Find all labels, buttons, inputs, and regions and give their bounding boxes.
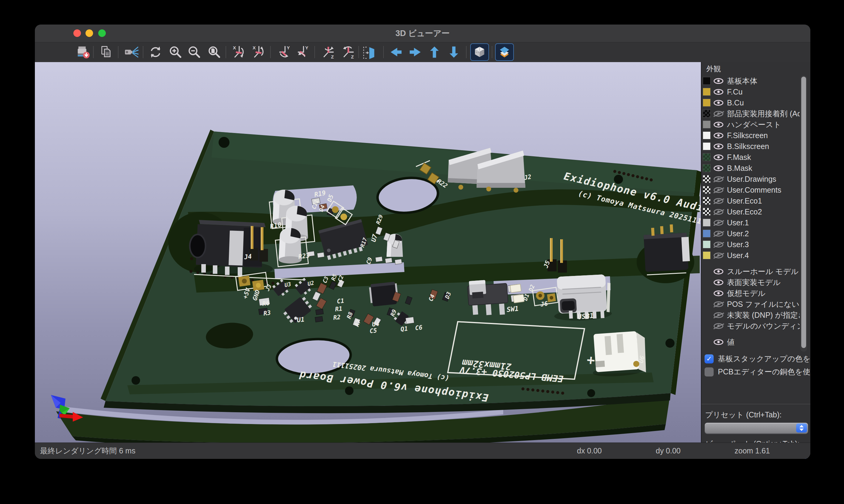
layer-color-swatch[interactable]: [703, 110, 711, 118]
render-view-button[interactable]: [123, 43, 140, 60]
layer-row[interactable]: 値: [702, 337, 800, 347]
visibility-eye-off-icon[interactable]: [713, 209, 723, 215]
visibility-eye-off-icon[interactable]: [713, 253, 723, 258]
layer-row[interactable]: User.Eco2: [702, 206, 800, 217]
zoom-out-button[interactable]: [186, 43, 203, 60]
layer-color-swatch[interactable]: [703, 311, 711, 319]
visibility-eye-icon[interactable]: [713, 155, 723, 160]
visibility-eye-off-icon[interactable]: [713, 242, 723, 248]
layer-color-swatch[interactable]: [703, 197, 711, 205]
layer-color-swatch[interactable]: [703, 338, 711, 346]
visibility-eye-icon[interactable]: [713, 280, 723, 285]
layer-color-swatch[interactable]: [703, 77, 711, 85]
panel-scrollbar[interactable]: [800, 75, 807, 352]
layer-color-swatch[interactable]: [703, 219, 711, 227]
layer-color-swatch[interactable]: [703, 99, 711, 107]
layer-row[interactable]: ハンダペースト: [702, 119, 800, 130]
layer-color-swatch[interactable]: [703, 88, 711, 96]
layer-row[interactable]: F.Mask: [702, 152, 800, 163]
move-left-button[interactable]: [387, 43, 404, 60]
layer-color-swatch[interactable]: [703, 121, 711, 128]
layer-color-swatch[interactable]: [703, 251, 711, 259]
layer-color-swatch[interactable]: [703, 300, 711, 308]
checkbox-row-pcb-copper-colors[interactable]: PCBエディターの銅色を使用: [705, 367, 810, 377]
visibility-eye-off-icon[interactable]: [713, 220, 723, 226]
layer-color-swatch[interactable]: [703, 142, 711, 150]
visibility-eye-off-icon[interactable]: [713, 323, 723, 329]
visibility-eye-off-icon[interactable]: [713, 198, 723, 204]
layer-color-swatch[interactable]: [703, 240, 711, 248]
layer-row[interactable]: User.3: [702, 239, 800, 250]
visibility-eye-off-icon[interactable]: [713, 187, 723, 193]
flip-board-button[interactable]: [360, 43, 377, 60]
rotate-y-ccw-button[interactable]: Y: [294, 43, 311, 60]
copy-image-button[interactable]: [98, 43, 115, 60]
appearance-manager-toggle[interactable]: [495, 43, 514, 61]
visibility-eye-icon[interactable]: [713, 290, 723, 296]
layer-row[interactable]: 未実装 (DNP) が指定されたモデル: [702, 309, 800, 321]
layer-row[interactable]: 仮想モデル: [702, 288, 800, 299]
zoom-in-button[interactable]: [167, 43, 184, 60]
preset-stepper-icon[interactable]: [796, 424, 807, 433]
rotate-z-ccw-button[interactable]: Z: [340, 43, 357, 60]
rotate-x-ccw-button[interactable]: X: [251, 43, 268, 60]
refresh-view-button[interactable]: [147, 43, 164, 60]
export-image-button[interactable]: [75, 43, 92, 60]
move-up-button[interactable]: [426, 43, 443, 60]
visibility-eye-off-icon[interactable]: [713, 312, 723, 318]
layer-color-swatch[interactable]: [703, 322, 711, 330]
layer-row[interactable]: B.Silkscreen: [702, 141, 800, 152]
preset-select[interactable]: [705, 422, 808, 434]
layer-row[interactable]: F.Silkscreen: [702, 130, 800, 141]
stackup-colors-checkbox[interactable]: [705, 354, 713, 363]
layer-row[interactable]: B.Cu: [702, 97, 800, 108]
layer-row[interactable]: User.1: [702, 217, 800, 228]
rotate-x-cw-button[interactable]: X: [231, 43, 248, 60]
layer-row[interactable]: F.Cu: [702, 86, 800, 97]
visibility-eye-off-icon[interactable]: [713, 231, 723, 237]
visibility-eye-icon[interactable]: [713, 100, 723, 106]
visibility-eye-off-icon[interactable]: [713, 301, 723, 307]
layer-row[interactable]: User.Eco1: [702, 195, 800, 206]
move-down-button[interactable]: [445, 43, 462, 60]
orthographic-projection-toggle[interactable]: [470, 43, 489, 61]
layer-color-swatch[interactable]: [703, 267, 711, 275]
layer-row[interactable]: POS ファイルにないモデル: [702, 299, 800, 309]
visibility-eye-icon[interactable]: [713, 339, 723, 345]
visibility-eye-off-icon[interactable]: [713, 111, 723, 116]
layer-row[interactable]: User.Comments: [702, 184, 800, 195]
layer-color-swatch[interactable]: [703, 230, 711, 237]
layer-row[interactable]: B.Mask: [702, 163, 800, 174]
rotate-z-cw-button[interactable]: Z: [320, 43, 337, 60]
pcb-copper-colors-checkbox[interactable]: [705, 367, 713, 377]
layer-row[interactable]: User.2: [702, 228, 800, 239]
layer-row[interactable]: User.4: [702, 250, 800, 261]
layer-row[interactable]: モデルのバウンディングボックス: [702, 321, 800, 331]
layer-color-swatch[interactable]: [703, 208, 711, 216]
layer-color-swatch[interactable]: [703, 131, 711, 139]
layer-list[interactable]: 基板本体F.CuB.Cu部品実装用接着剤 (Adhesive)ハンダペーストF.…: [702, 75, 800, 352]
viewport-3d[interactable]: Exidiophone v6.0 Audio Board (c) Tomoya …: [35, 62, 701, 443]
layer-color-swatch[interactable]: [703, 153, 711, 161]
panel-scrollbar-thumb[interactable]: [801, 77, 806, 348]
layer-color-swatch[interactable]: [703, 289, 711, 297]
visibility-eye-off-icon[interactable]: [713, 176, 723, 182]
visibility-eye-icon[interactable]: [713, 269, 723, 274]
layer-row[interactable]: スルーホール モデル: [702, 266, 800, 277]
visibility-eye-icon[interactable]: [713, 122, 723, 127]
layer-row[interactable]: 部品実装用接着剤 (Adhesive): [702, 108, 800, 119]
layer-color-swatch[interactable]: [703, 164, 711, 172]
rotate-y-cw-button[interactable]: Y: [276, 43, 293, 60]
layer-color-swatch[interactable]: [703, 278, 711, 286]
move-right-button[interactable]: [407, 43, 424, 60]
layer-color-swatch[interactable]: [703, 175, 711, 183]
checkbox-row-stackup-colors[interactable]: 基板スタックアップの色を使用: [705, 354, 810, 364]
visibility-eye-icon[interactable]: [713, 133, 723, 139]
visibility-eye-icon[interactable]: [713, 89, 723, 95]
titlebar[interactable]: 3D ビューアー: [35, 24, 810, 42]
layer-row[interactable]: 表面実装モデル: [702, 277, 800, 288]
visibility-eye-icon[interactable]: [713, 78, 723, 84]
visibility-eye-icon[interactable]: [713, 165, 723, 171]
layer-row[interactable]: User.Drawings: [702, 174, 800, 184]
zoom-to-fit-button[interactable]: [206, 43, 223, 60]
